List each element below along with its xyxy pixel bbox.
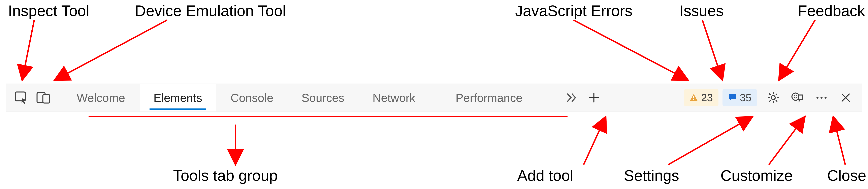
feedback-button[interactable]	[785, 84, 809, 111]
label-settings: Settings	[624, 167, 679, 184]
close-x-icon	[841, 93, 850, 103]
more-horizontal-icon	[816, 96, 827, 100]
svg-line-13	[769, 100, 771, 102]
device-emulation-button[interactable]	[32, 84, 55, 111]
chevron-double-right-icon	[566, 92, 577, 103]
tools-tab-group: Welcome Elements Console Sources Network…	[63, 84, 536, 111]
warning-triangle-icon	[689, 93, 698, 102]
label-tools-tab-group: Tools tab group	[173, 167, 278, 184]
js-errors-count-text: 23	[701, 91, 713, 104]
tab-sources[interactable]: Sources	[287, 84, 359, 111]
svg-line-24	[779, 20, 815, 80]
tab-performance[interactable]: Performance	[441, 84, 536, 111]
tab-elements[interactable]: Elements	[139, 84, 217, 111]
svg-line-11	[776, 100, 777, 102]
svg-point-15	[794, 96, 795, 97]
tab-console[interactable]: Console	[216, 84, 287, 111]
label-add-tool: Add tool	[517, 167, 574, 184]
plus-icon	[588, 92, 599, 103]
svg-line-29	[833, 116, 845, 165]
svg-point-18	[820, 97, 823, 99]
svg-rect-3	[693, 96, 694, 99]
tab-label: Console	[230, 91, 273, 105]
label-close: Close	[827, 167, 866, 184]
svg-line-27	[668, 116, 753, 165]
tab-label: Sources	[302, 91, 344, 105]
svg-point-5	[771, 96, 775, 100]
device-emulation-icon	[36, 91, 51, 104]
add-tool-button[interactable]	[583, 84, 605, 111]
label-inspect-tool: Inspect Tool	[8, 2, 89, 20]
svg-line-10	[769, 93, 771, 95]
svg-point-16	[796, 96, 797, 97]
label-customize: Customize	[720, 167, 793, 184]
svg-line-12	[776, 93, 777, 95]
tab-welcome[interactable]: Welcome	[63, 84, 139, 111]
issues-counter[interactable]: 35	[722, 89, 757, 106]
tab-label: Network	[373, 91, 415, 105]
svg-point-17	[816, 97, 818, 99]
tab-label: Performance	[456, 91, 522, 105]
svg-rect-4	[693, 99, 694, 100]
svg-rect-2	[43, 95, 50, 103]
settings-button[interactable]	[761, 84, 785, 111]
tab-label: Welcome	[77, 91, 125, 105]
label-js-errors: JavaScript Errors	[515, 2, 632, 20]
more-tabs-button[interactable]	[561, 84, 583, 111]
svg-line-28	[769, 116, 805, 165]
svg-line-22	[574, 20, 688, 80]
inspect-button[interactable]	[10, 84, 32, 111]
feedback-smiley-icon	[791, 92, 804, 104]
svg-line-20	[22, 20, 34, 80]
customize-button[interactable]	[809, 84, 834, 111]
inspect-pointer-icon	[15, 91, 28, 104]
svg-line-21	[54, 20, 167, 80]
close-button[interactable]	[834, 84, 858, 111]
label-issues: Issues	[679, 2, 724, 20]
gear-icon	[767, 91, 779, 104]
tab-label: Elements	[154, 91, 202, 105]
svg-line-23	[702, 20, 722, 80]
svg-line-26	[584, 116, 606, 165]
svg-point-19	[825, 97, 827, 99]
tab-network[interactable]: Network	[359, 84, 430, 111]
issues-speech-icon	[728, 93, 737, 102]
js-errors-counter[interactable]: 23	[684, 89, 718, 106]
label-device-emu: Device Emulation Tool	[135, 2, 286, 20]
devtools-toolbar: Welcome Elements Console Sources Network…	[6, 83, 862, 112]
issues-count-text: 35	[740, 91, 751, 104]
label-feedback: Feedback	[798, 2, 865, 20]
